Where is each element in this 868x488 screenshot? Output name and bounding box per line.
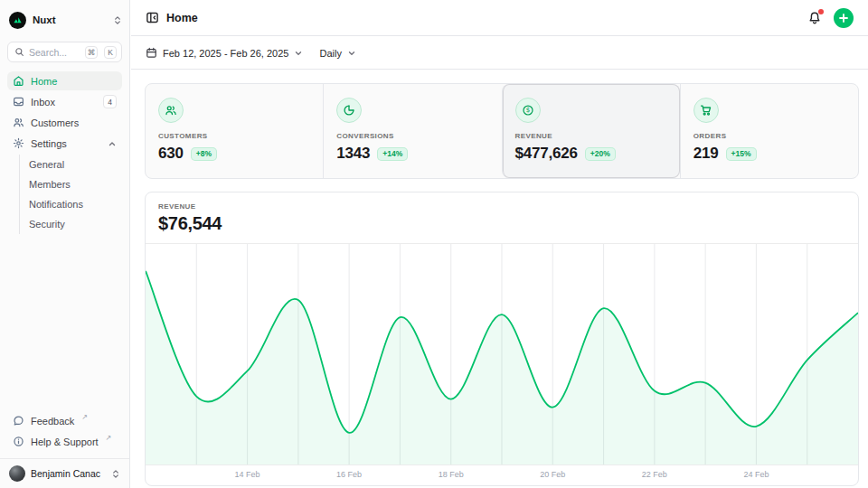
page-title: Home (166, 12, 198, 24)
notification-dot (818, 9, 824, 14)
workspace-name: Nuxt (33, 14, 56, 25)
revenue-chart-card: Revenue $76,544 14 Feb16 Feb18 Feb20 Feb… (145, 192, 859, 486)
stat-delta-badge: +8% (191, 147, 217, 161)
revenue-area-chart (146, 244, 858, 465)
svg-text:$: $ (525, 106, 530, 114)
date-range-label: Feb 12, 2025 - Feb 26, 2025 (163, 48, 288, 59)
chevron-down-icon (294, 49, 303, 58)
stat-delta-badge: +14% (377, 147, 408, 161)
panel-left-collapse-icon[interactable] (146, 11, 159, 24)
chart-pie-icon (336, 98, 362, 123)
kbd-k: K (104, 46, 117, 59)
stat-label: Conversions (336, 132, 488, 140)
sidebar-item-label: Home (31, 76, 57, 87)
stat-card-orders[interactable]: Orders 219 +15% (680, 84, 858, 178)
sub-item-label: Members (29, 179, 71, 190)
settings-submenu: General Members Notifications Security (19, 155, 122, 234)
stat-delta-badge: +20% (585, 147, 616, 161)
sidebar-item-notifications[interactable]: Notifications (22, 194, 122, 214)
stat-card-conversions[interactable]: Conversions 1343 +14% (323, 84, 501, 178)
info-circle-icon (13, 436, 24, 447)
notifications-bell-button[interactable] (807, 11, 822, 25)
dashboard-app: Nuxt Search... ⌘ K Home (0, 0, 868, 488)
chevron-up-down-icon (111, 469, 120, 479)
user-name: Benjamin Canac (31, 468, 100, 479)
sidebar-nav: Home Inbox 4 Customers Settings (0, 71, 129, 236)
sub-item-label: Security (29, 219, 65, 230)
x-tick-label: 18 Feb (439, 470, 464, 479)
footer-link-label: Help & Support (31, 436, 99, 447)
user-menu[interactable]: Benjamin Canac (0, 458, 129, 488)
search-input[interactable]: Search... ⌘ K (7, 42, 122, 62)
chart-header: Revenue $76,544 (146, 192, 858, 244)
chevron-up-icon (108, 139, 117, 148)
chart-label: Revenue (158, 202, 845, 211)
users-icon (13, 117, 24, 128)
sidebar-item-security[interactable]: Security (22, 214, 122, 234)
footer-link-label: Feedback (31, 416, 74, 427)
gear-icon (13, 137, 24, 149)
shopping-cart-icon (693, 98, 719, 123)
search-icon (14, 47, 24, 57)
inbox-icon (13, 96, 24, 108)
chat-bubble-icon (13, 415, 24, 427)
sub-item-label: Notifications (29, 199, 83, 210)
chart-svg (146, 244, 858, 465)
stat-value: 630 (158, 145, 184, 163)
stat-label: Orders (693, 132, 845, 140)
header-actions (807, 8, 854, 28)
chart-total-value: $76,544 (158, 213, 845, 234)
nuxt-logo-icon (9, 12, 26, 29)
inbox-count-badge: 4 (103, 95, 117, 108)
user-avatar (9, 465, 25, 482)
workspace-selector[interactable]: Nuxt (9, 9, 122, 31)
search-placeholder: Search... (29, 47, 80, 58)
stat-delta-badge: +15% (726, 147, 757, 161)
chart-x-axis: 14 Feb16 Feb18 Feb20 Feb22 Feb24 Feb (146, 465, 858, 485)
sidebar-item-general[interactable]: General (22, 155, 122, 174)
stat-card-revenue[interactable]: $ Revenue $477,626 +20% (502, 84, 680, 178)
sidebar-spacer (0, 236, 129, 411)
sidebar: Nuxt Search... ⌘ K Home (0, 0, 130, 488)
x-tick-label: 22 Feb (642, 470, 667, 479)
calendar-icon (146, 47, 157, 59)
sub-item-label: General (29, 159, 64, 170)
sidebar-item-settings[interactable]: Settings (7, 134, 122, 153)
x-tick-label: 16 Feb (336, 470, 362, 479)
stat-label: Customers (158, 132, 310, 140)
sidebar-item-label: Settings (31, 138, 67, 149)
add-button[interactable] (834, 8, 854, 28)
sidebar-footer-links: Feedback ↗ Help & Support ↗ (0, 411, 129, 458)
sidebar-item-members[interactable]: Members (22, 174, 122, 194)
circle-dollar-icon: $ (515, 98, 541, 123)
arrow-up-right-icon: ↗ (106, 434, 112, 442)
sidebar-item-inbox[interactable]: Inbox 4 (7, 92, 122, 111)
chevron-up-down-icon (113, 15, 122, 25)
sidebar-item-customers[interactable]: Customers (7, 113, 122, 132)
stat-card-customers[interactable]: Customers 630 +8% (146, 84, 323, 178)
stat-value: $477,626 (515, 145, 578, 163)
filters-toolbar: Feb 12, 2025 - Feb 26, 2025 Daily (131, 37, 868, 70)
x-tick-label: 24 Feb (743, 470, 769, 479)
stat-label: Revenue (515, 132, 667, 140)
sidebar-item-label: Inbox (31, 97, 55, 108)
plus-icon (838, 13, 849, 23)
x-tick-label: 14 Feb (235, 470, 260, 479)
kbd-cmd: ⌘ (85, 46, 98, 59)
granularity-label: Daily (319, 48, 341, 59)
page-header: Home (131, 0, 868, 36)
x-tick-label: 20 Feb (540, 470, 565, 479)
chevron-down-icon (347, 49, 356, 58)
help-support-link[interactable]: Help & Support ↗ (7, 432, 122, 451)
home-icon (13, 75, 24, 87)
users-icon (158, 98, 184, 123)
feedback-link[interactable]: Feedback ↗ (7, 411, 122, 430)
sidebar-item-home[interactable]: Home (7, 71, 122, 90)
stat-value: 1343 (336, 145, 370, 163)
sidebar-item-label: Customers (31, 117, 79, 128)
granularity-select[interactable]: Daily (319, 48, 355, 59)
date-range-button[interactable]: Feb 12, 2025 - Feb 26, 2025 (146, 47, 303, 59)
stat-value: 219 (693, 145, 719, 163)
stats-row: Customers 630 +8% Conversions 1343 +14% … (145, 83, 859, 179)
arrow-up-right-icon: ↗ (81, 413, 88, 421)
